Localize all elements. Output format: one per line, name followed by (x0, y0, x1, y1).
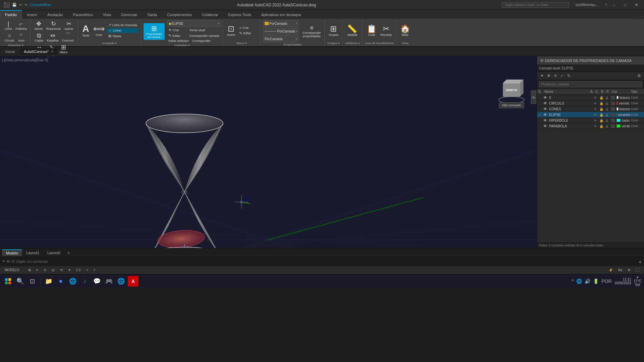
corresponder-props-btn[interactable]: ≡Corresponderpropriedades (301, 24, 322, 39)
chrome-btn[interactable]: ● (55, 276, 66, 287)
model-indicator[interactable]: MODELO (3, 267, 21, 273)
tab-parametrico[interactable]: Paramétrico (68, 10, 98, 19)
polilinha-btn[interactable]: ⌐Polilinha (14, 20, 28, 31)
tray-icons[interactable]: ^ (572, 279, 574, 284)
discord-btn[interactable]: 💬 (92, 276, 102, 287)
close-btn[interactable]: ✕ (632, 3, 641, 7)
editar-atributos-btn[interactable]: Editar atributos (167, 39, 190, 43)
layer-a-parabola[interactable]: ☀ (594, 124, 598, 128)
grid-btn[interactable]: ⊞ (26, 267, 33, 273)
spotify-btn[interactable]: ♪ (79, 276, 90, 287)
snap-btn[interactable]: ≡ (34, 267, 40, 273)
explorer-btn[interactable]: 📁 (43, 276, 54, 287)
layer-b-cones[interactable]: 🖨 (605, 107, 610, 111)
propriedades-camada-btn[interactable]: ⊞ Propriedadesda camada (144, 23, 165, 40)
viewport[interactable]: [-][Vista personalizada][Raio X] (0, 56, 537, 248)
layer-a-cones[interactable]: ☀ (594, 107, 598, 111)
layer-a-0[interactable]: ☀ (594, 96, 598, 100)
layer-row-elipse[interactable]: ✓ 👁 ELIPSE ☀ 🔒 🖨 ⬛ amarelo Conti (537, 112, 644, 118)
weather-widget[interactable]: ☀ 17°C Sol (634, 276, 641, 287)
start-btn[interactable] (3, 276, 13, 287)
qp-btn[interactable]: ⚡ (607, 267, 615, 273)
layer-p-elipse[interactable]: ⬛ (611, 113, 615, 117)
tab-inserir[interactable]: Inserir (22, 10, 42, 19)
command-input[interactable] (16, 259, 637, 263)
tab-layout2[interactable]: Layout2 (43, 250, 64, 256)
network-icon[interactable]: 🌐 (576, 279, 582, 284)
save-icon[interactable]: 💾 (12, 3, 17, 7)
layer-search-input[interactable] (539, 81, 642, 87)
medida-btn[interactable]: 📏Medida (346, 20, 359, 41)
layer-vis-0[interactable]: 👁 (543, 96, 548, 100)
layer-a-hiperbole[interactable]: ☀ (594, 119, 598, 122)
tab-padrao[interactable]: Padrão (0, 10, 22, 19)
layer-c-0[interactable]: 🔒 (599, 96, 604, 100)
ortho-btn[interactable]: ⊙ (42, 267, 48, 273)
settings-btn[interactable]: ⚙ (636, 73, 642, 79)
tab-close-btn[interactable]: ✕ (51, 50, 53, 53)
search-input[interactable] (502, 2, 569, 8)
tab-gerenciar[interactable]: Gerenciar (116, 10, 142, 19)
criar-camada-btn[interactable]: ✦Criar (167, 27, 187, 33)
layer-a-circulo[interactable]: ☀ (594, 102, 598, 105)
set-current-btn[interactable]: ✓ (559, 73, 565, 79)
volume-icon[interactable]: 🔊 (585, 279, 590, 284)
cota-btn[interactable]: ⟺Cota (92, 20, 106, 41)
layer-p-cones[interactable]: ⬛ (611, 107, 615, 111)
3dosnap-btn[interactable]: ✦ (66, 267, 73, 273)
layer-p-circulo[interactable]: ⬛ (611, 102, 615, 105)
criar-bloco-btn[interactable]: +Criar (238, 25, 258, 30)
polar-btn[interactable]: ◎ (50, 267, 57, 273)
new-freeze-layer-btn[interactable]: ❄ (546, 73, 552, 79)
layer-vis-hiperbole[interactable]: 👁 (543, 118, 548, 122)
editar-camada-btn[interactable]: ✎Editar (167, 33, 187, 38)
search-taskbar-btn[interactable]: 🔍 (15, 276, 25, 287)
fullscreen-btn[interactable]: ⛶ (634, 267, 641, 273)
maximize-btn[interactable]: □ (621, 3, 629, 7)
help-icon[interactable]: ? (605, 3, 607, 7)
undo-icon[interactable]: ↩ (19, 3, 22, 7)
tab-modelo[interactable]: Modelo (2, 249, 22, 256)
base-btn[interactable]: 🏠Base (399, 20, 412, 41)
layer-vis-elipse[interactable]: 👁 (543, 113, 548, 117)
peso-linha-dropdown[interactable]: PorCamada ▾ (263, 36, 299, 42)
tab-aulasconicas[interactable]: AulaSConicas* ✕ (20, 48, 57, 55)
editar-bloco-btn[interactable]: ✎Editar (238, 31, 258, 36)
new-tab-btn[interactable]: + (58, 48, 66, 56)
new-layout-btn[interactable]: + (64, 249, 72, 256)
anno-btn[interactable]: Aa (616, 267, 624, 273)
layer-vis-circulo[interactable]: 👁 (543, 101, 548, 105)
steam-btn[interactable]: 🎮 (104, 276, 114, 287)
tab-complementos[interactable]: Complementos (162, 10, 197, 19)
inserir-bloco-btn[interactable]: ⊡Inserir (226, 20, 237, 41)
edge-btn[interactable]: 🌐 (67, 276, 78, 287)
share-btn[interactable]: Compartilhar (30, 3, 51, 7)
layer-b-hiperbole[interactable]: 🖨 (605, 119, 610, 122)
linha-btn[interactable]: |Linha (3, 20, 13, 31)
tipo-linha-dropdown[interactable]: ───── PorCamada ▾ (263, 28, 299, 35)
new-layer-btn[interactable]: ✦ (539, 73, 545, 79)
tab-express[interactable]: Express Tools (223, 10, 256, 19)
tab-anotacao[interactable]: Anotação (42, 10, 68, 19)
tab-home[interactable]: Iniciar (1, 48, 19, 55)
layer-p-0[interactable]: ⬛ (611, 96, 615, 100)
tab-saida[interactable]: Saída (142, 10, 162, 19)
chrome2-btn[interactable]: 🌐 (116, 276, 126, 287)
refresh-btn[interactable]: ↻ (566, 73, 572, 79)
layer-p-parabola[interactable]: ⬛ (611, 124, 615, 128)
workspace-btn[interactable]: ⚙ (626, 267, 633, 273)
camada-dropdown[interactable]: ■ ELIPSE ▾ (167, 20, 221, 27)
layer-color-hiperbole[interactable]: ciano (616, 119, 630, 122)
transparency-btn[interactable]: = (92, 267, 98, 273)
autocad-btn[interactable]: A (128, 276, 139, 287)
layer-vis-cones[interactable]: 👁 (543, 107, 548, 111)
mover-btn[interactable]: ✥Mover (33, 20, 44, 31)
battery-icon[interactable]: 🔋 (593, 279, 599, 284)
panel-collapse-btn[interactable]: ≫ (531, 90, 536, 104)
delete-layer-btn[interactable]: ✕ (552, 73, 558, 79)
tabela-btn[interactable]: ⊞Tabela (107, 34, 139, 39)
corresponder-camada-btn[interactable]: Corresponder camada (188, 33, 221, 38)
redo-icon[interactable]: ↪ (24, 3, 28, 7)
taskview-btn[interactable]: ⊡ (27, 276, 38, 287)
layer-c-elipse[interactable]: 🔒 (599, 113, 604, 117)
